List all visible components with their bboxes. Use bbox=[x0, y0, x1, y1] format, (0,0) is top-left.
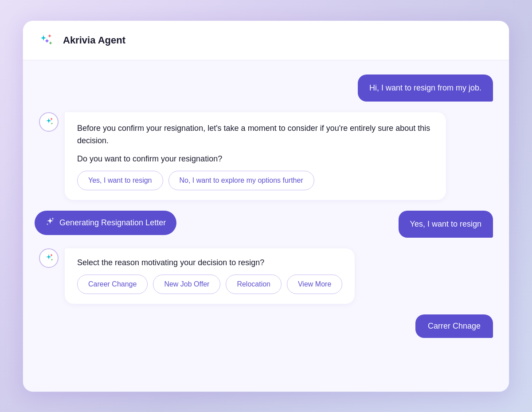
options-row-2: Career Change New Job Offer Relocation V… bbox=[77, 275, 342, 294]
user-message-1: Hi, I want to resign from my job. bbox=[39, 75, 493, 102]
agent-avatar-1 bbox=[39, 112, 59, 132]
options-row-1: Yes, I want to resign No, I want to expl… bbox=[77, 171, 434, 190]
generating-label: Generating Resignation Letter bbox=[59, 218, 166, 228]
generating-icon bbox=[45, 217, 55, 229]
logo-icon bbox=[37, 31, 57, 50]
option-career-change[interactable]: Career Change bbox=[77, 275, 148, 294]
option-view-more[interactable]: View More bbox=[287, 275, 342, 294]
agent-message-1: Before you confirm your resignation, let… bbox=[39, 112, 493, 200]
agent-question-1: Do you want to confirm your resignation? bbox=[77, 154, 434, 164]
agent-question-2: Select the reason motivating your decisi… bbox=[77, 258, 342, 267]
chat-container: Akrivia Agent Hi, I want to resign from … bbox=[22, 20, 510, 392]
generating-badge: Generating Resignation Letter bbox=[35, 211, 176, 235]
agent-avatar-2 bbox=[39, 248, 59, 268]
user-bubble-2: Yes, I want to resign bbox=[399, 211, 493, 238]
agent-bubble-1: Before you confirm your resignation, let… bbox=[65, 112, 446, 200]
agent-bubble-2: Select the reason motivating your decisi… bbox=[65, 248, 355, 304]
partial-reply-area: Carrer Chnage bbox=[39, 314, 493, 338]
option-explore[interactable]: No, I want to explore my options further bbox=[168, 171, 314, 190]
chat-header: Akrivia Agent bbox=[23, 21, 509, 60]
agent-text-1: Before you confirm your resignation, let… bbox=[77, 122, 434, 148]
partial-user-bubble: Carrer Chnage bbox=[415, 314, 493, 338]
option-yes-resign[interactable]: Yes, I want to resign bbox=[77, 171, 163, 190]
option-relocation[interactable]: Relocation bbox=[226, 275, 282, 294]
option-new-job[interactable]: New Job Offer bbox=[153, 275, 220, 294]
agent-message-2: Select the reason motivating your decisi… bbox=[39, 248, 493, 304]
user-bubble-1: Hi, I want to resign from my job. bbox=[358, 75, 493, 102]
chat-body: Hi, I want to resign from my job. Before… bbox=[23, 60, 509, 392]
header-title: Akrivia Agent bbox=[63, 35, 125, 46]
badge-and-reply-row: Generating Resignation Letter Yes, I wan… bbox=[39, 211, 493, 238]
